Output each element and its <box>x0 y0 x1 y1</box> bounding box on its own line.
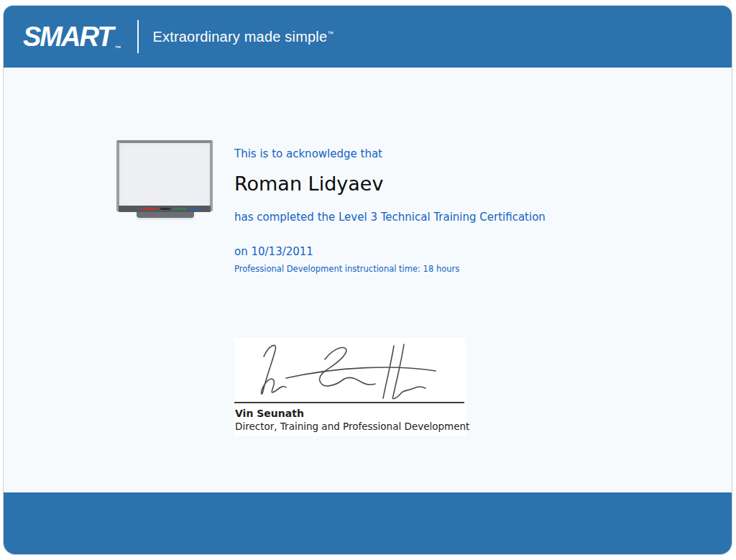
certificate-card: SMART™ Extraordinary made simple™ This i… <box>3 5 732 555</box>
signature-rule <box>234 402 464 403</box>
blue-pen-icon <box>189 208 201 210</box>
smart-logo-trademark: ™ <box>114 45 121 52</box>
smartboard-frame <box>116 140 213 211</box>
footer-bar <box>4 492 732 554</box>
acknowledgement-line: This is to acknowledge that <box>234 147 382 160</box>
brand-tagline: Extraordinary made simple™ <box>152 29 334 45</box>
instructional-time-line: Professional Development instructional t… <box>234 264 459 274</box>
smartboard-tray-shelf <box>137 212 194 218</box>
smartboard-image <box>116 140 213 228</box>
smartboard-pen-tray <box>119 206 211 212</box>
recipient-name: Roman Lidyaev <box>234 173 383 195</box>
smart-logo-text: SMART <box>23 22 112 52</box>
brand-tagline-text: Extraordinary made simple <box>152 29 327 45</box>
header-divider <box>137 20 139 53</box>
brand-tagline-trademark: ™ <box>327 30 334 37</box>
signer-name: Vin Seunath <box>235 408 304 419</box>
signature-block: Vin Seunath Director, Training and Profe… <box>234 338 466 436</box>
header-bar: SMART™ Extraordinary made simple™ <box>4 6 732 68</box>
completion-line: has completed the Level 3 Technical Trai… <box>234 211 546 224</box>
handwritten-signature-image <box>244 341 454 403</box>
red-pen-icon <box>142 208 157 210</box>
completion-date: on 10/13/2011 <box>234 245 313 258</box>
green-pen-icon <box>173 208 186 210</box>
black-pen-icon <box>160 208 170 210</box>
signer-title: Director, Training and Professional Deve… <box>235 421 469 432</box>
smart-logo: SMART™ <box>23 23 119 50</box>
